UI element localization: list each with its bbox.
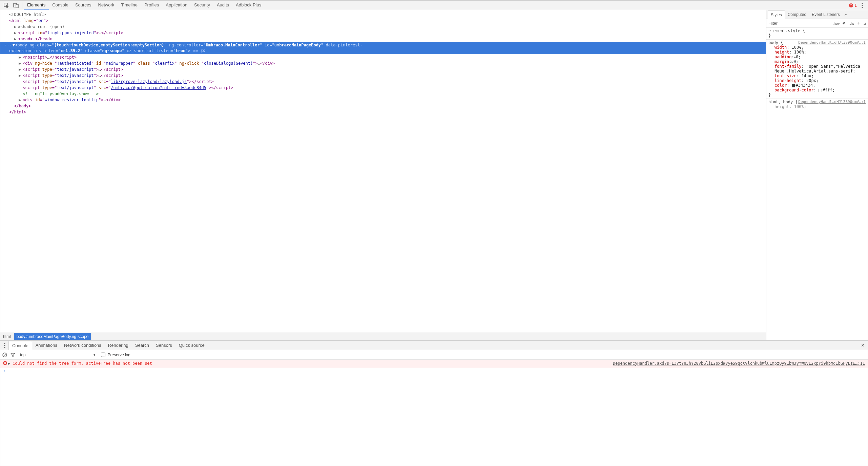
error-count: 1: [854, 3, 857, 8]
hov-toggle[interactable]: :hov: [833, 21, 840, 25]
expand-icon[interactable]: ▶: [19, 66, 22, 72]
rule-element-style[interactable]: element.style { }: [766, 28, 868, 40]
svg-rect-2: [16, 4, 18, 8]
elements-panel: <!DOCTYPE html> <html lang="en"> ▶#shado…: [0, 10, 766, 340]
drawer-kebab-icon[interactable]: [1, 343, 8, 348]
console-source-link[interactable]: DependencyHandler.axd?s=L3VtYnJhY28vbGli…: [613, 361, 865, 366]
console-body[interactable]: ▶ Could not find the tree form, activeTr…: [0, 360, 868, 466]
svg-point-7: [862, 5, 863, 6]
svg-point-6: [862, 3, 863, 4]
rule-source-link[interactable]: DependencyHandl…dHJlZS90cmV…:1: [798, 40, 866, 45]
collapse-icon[interactable]: ▼: [13, 43, 15, 47]
rule-html-body[interactable]: html, body {DependencyHandl…dHJlZS90cmV……: [766, 99, 868, 110]
rule-body[interactable]: body {DependencyHandl…dHJlZS90cmV…:1 wid…: [766, 40, 868, 99]
script-application-node[interactable]: ▶<script type="text/javascript" src="/um…: [4, 85, 766, 91]
pin-icon[interactable]: [842, 20, 847, 26]
expand-icon[interactable]: ▶: [8, 361, 13, 366]
shadow-root-node[interactable]: ▶#shadow-root (open): [4, 24, 766, 30]
new-rule-icon[interactable]: ＋: [856, 20, 862, 27]
html-close-node[interactable]: </html>: [4, 109, 766, 115]
color-swatch-icon[interactable]: [792, 84, 795, 87]
drawer-tabs: Console Animations Network conditions Re…: [0, 341, 868, 350]
dom-tree[interactable]: <!DOCTYPE html> <html lang="en"> ▶#shado…: [0, 10, 766, 333]
expand-icon[interactable]: ▶: [19, 72, 22, 79]
body-close-node[interactable]: </body>: [4, 103, 766, 109]
color-swatch-icon[interactable]: [819, 89, 822, 92]
breadcrumb-item[interactable]: body#umbracoMainPageBody.ng-scope: [14, 333, 92, 340]
inspect-element-icon[interactable]: [2, 1, 11, 10]
styles-filter-input[interactable]: [768, 21, 831, 26]
div-tooltip-node[interactable]: ▶<div id="window-resizer-tooltip">…</div…: [4, 97, 766, 103]
head-node[interactable]: ▶<head>…</head>: [4, 36, 766, 42]
expand-icon[interactable]: ▶: [19, 97, 22, 103]
prompt-caret-icon: ›: [3, 368, 5, 373]
expand-icon[interactable]: ▶: [19, 60, 22, 66]
div-mainwrapper-node[interactable]: ▶<div ng-hide="!authenticated" id="mainw…: [4, 60, 766, 66]
resize-corner-icon[interactable]: [864, 22, 866, 25]
script-node[interactable]: ▶<script type="text/javascript">…</scrip…: [4, 72, 766, 79]
drawer-tab-quick-source[interactable]: Quick source: [175, 341, 208, 350]
noscript-node[interactable]: ▶<noscript>…</noscript>: [4, 54, 766, 60]
breadcrumb: html body#umbracoMainPageBody.ng-scope: [0, 333, 766, 340]
tab-elements[interactable]: Elements: [24, 1, 49, 10]
device-toolbar-icon[interactable]: [11, 1, 21, 10]
drawer-tab-sensors[interactable]: Sensors: [152, 341, 175, 350]
main-tabs: Elements Console Sources Network Timelin…: [24, 1, 265, 10]
doctype-node[interactable]: <!DOCTYPE html>: [9, 12, 46, 17]
filter-icon[interactable]: [11, 353, 15, 357]
expand-icon[interactable]: ▶: [19, 54, 22, 60]
tab-security[interactable]: Security: [191, 1, 213, 10]
console-drawer: Console Animations Network conditions Re…: [0, 340, 868, 466]
tab-timeline[interactable]: Timeline: [118, 1, 141, 10]
console-toolbar: top ▼ Preserve log: [0, 350, 868, 360]
expand-icon[interactable]: ▶: [14, 36, 17, 42]
drawer-tab-search[interactable]: Search: [132, 341, 152, 350]
expand-icon[interactable]: ▶: [14, 24, 17, 30]
breadcrumb-item[interactable]: html: [0, 333, 14, 340]
drawer-tab-animations[interactable]: Animations: [32, 341, 61, 350]
styles-filter-row: :hov .cls ＋: [766, 19, 868, 28]
console-message: Could not find the tree form, activeTree…: [13, 361, 613, 366]
tab-sources[interactable]: Sources: [72, 1, 95, 10]
body-node-selected[interactable]: ···▼<body ng-class="{touch:touchDevice,e…: [0, 42, 766, 54]
script-node[interactable]: ▶<script type="text/javascript">…</scrip…: [4, 66, 766, 72]
tab-profiles[interactable]: Profiles: [141, 1, 162, 10]
separator: [22, 2, 22, 8]
drawer-tab-network-conditions[interactable]: Network conditions: [61, 341, 105, 350]
styles-tab-computed[interactable]: Computed: [785, 10, 809, 19]
tab-network[interactable]: Network: [95, 1, 118, 10]
tab-audits[interactable]: Audits: [213, 1, 232, 10]
context-selector[interactable]: top: [19, 352, 28, 358]
tab-adblock-plus[interactable]: Adblock Plus: [232, 1, 265, 10]
styles-tab-event-listeners[interactable]: Event Listeners: [809, 10, 843, 19]
console-error-row[interactable]: ▶ Could not find the tree form, activeTr…: [0, 360, 868, 367]
tab-console[interactable]: Console: [49, 1, 72, 10]
style-rules[interactable]: element.style { } body {DependencyHandl……: [766, 28, 868, 340]
svg-point-8: [862, 7, 863, 8]
tab-application[interactable]: Application: [162, 1, 191, 10]
comment-node[interactable]: ▶<!-- ngIf: ysodOverlay.show -->: [4, 91, 766, 97]
console-prompt[interactable]: ›: [0, 367, 868, 374]
close-drawer-icon[interactable]: ×: [859, 342, 867, 348]
error-count-badge[interactable]: 1: [849, 3, 857, 8]
preserve-log-checkbox[interactable]: Preserve log: [100, 352, 130, 358]
clear-console-icon[interactable]: [2, 353, 7, 357]
kebab-menu-icon[interactable]: [858, 3, 866, 8]
error-icon: [3, 361, 8, 366]
dropdown-caret-icon[interactable]: ▼: [93, 353, 96, 357]
svg-point-9: [4, 343, 5, 344]
drawer-tab-console[interactable]: Console: [8, 341, 32, 350]
drawer-tab-rendering[interactable]: Rendering: [105, 341, 132, 350]
styles-tab-styles[interactable]: Styles: [768, 10, 785, 19]
rule-source-link[interactable]: DependencyHandl…dHJlZS90cmV…:1: [798, 100, 866, 104]
styles-tabs: Styles Computed Event Listeners »: [766, 10, 868, 19]
styles-panel: Styles Computed Event Listeners » :hov .…: [766, 10, 868, 340]
devtools-toolbar: Elements Console Sources Network Timelin…: [0, 1, 868, 10]
html-node[interactable]: <html lang="en">: [4, 18, 766, 24]
expand-icon[interactable]: ▶: [14, 30, 17, 36]
svg-point-10: [4, 345, 5, 346]
cls-toggle[interactable]: .cls: [849, 21, 854, 25]
script-lazyload-node[interactable]: ▶<script type="text/javascript" src="lib…: [4, 79, 766, 85]
script-node[interactable]: ▶<script id="tinyhippos-injected">…</scr…: [4, 30, 766, 36]
more-tabs-icon[interactable]: »: [843, 10, 849, 19]
